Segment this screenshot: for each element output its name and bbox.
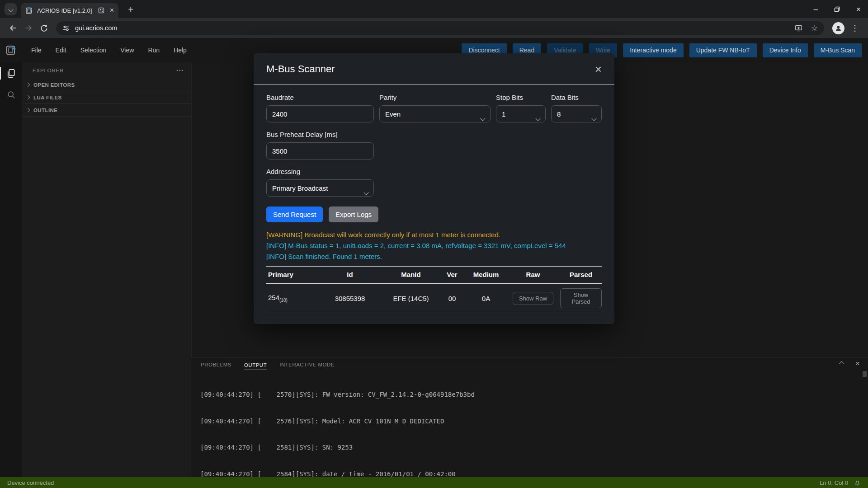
- tab-search-button[interactable]: [5, 3, 17, 15]
- chevron-up-icon: [839, 361, 844, 366]
- site-settings-icon[interactable]: [62, 24, 70, 32]
- output-log[interactable]: [09:40:44:270] [ 2570][SYS]: FW version:…: [200, 373, 861, 477]
- toolbar-button-update-fw-nbiot[interactable]: Update FW NB-IoT: [689, 43, 757, 57]
- activity-explorer-button[interactable]: [0, 62, 22, 84]
- dialog-header: M-Bus Scanner ×: [254, 53, 614, 84]
- log-line: [09:40:44:270] [ 2570][SYS]: FW version:…: [200, 390, 861, 399]
- tab-close-icon[interactable]: ×: [110, 7, 114, 14]
- data-bits-select[interactable]: 8: [551, 105, 602, 122]
- table-header-id: Id: [316, 271, 384, 278]
- info-message: [INFO] Scan finished. Found 1 meters.: [266, 251, 602, 262]
- panel-close-button[interactable]: ×: [855, 361, 860, 367]
- dialog-actions: Send Request Export Logs: [266, 206, 602, 222]
- bus-preheat-label: Bus Preheat Delay [ms]: [266, 131, 374, 138]
- stop-bits-select[interactable]: 1: [496, 105, 546, 122]
- acrios-favicon: [25, 7, 33, 14]
- show-raw-button[interactable]: Show Raw: [513, 292, 553, 305]
- table-header-primary: Primary: [266, 271, 316, 278]
- files-icon: [6, 68, 16, 79]
- window-restore-icon[interactable]: [834, 6, 840, 12]
- dialog-body: Baudrate Parity Even Stop Bits: [254, 84, 614, 324]
- browser-menu-icon[interactable]: ⋮: [851, 23, 859, 33]
- dialog-close-icon[interactable]: ×: [595, 64, 602, 74]
- bookmark-star-icon[interactable]: ☆: [811, 23, 818, 33]
- send-request-button[interactable]: Send Request: [266, 206, 323, 222]
- chevron-right-icon: [26, 95, 30, 100]
- parity-select[interactable]: Even: [379, 105, 491, 122]
- menubar-item-help[interactable]: Help: [174, 47, 187, 54]
- addressing-field-group: Addressing Primary Broadcast: [266, 168, 374, 197]
- table-header-row: Primary Id ManId Ver Medium Raw Parsed: [266, 267, 602, 284]
- section-label: OUTLINE: [33, 108, 57, 113]
- menubar: File Edit Selection View Run Help: [31, 47, 187, 54]
- panel-tab-problems[interactable]: PROBLEMS: [200, 359, 232, 370]
- scan-results-table: Primary Id ManId Ver Medium Raw Parsed 2…: [266, 266, 602, 313]
- window-minimize-icon[interactable]: –: [814, 5, 818, 13]
- url-text: gui.acrios.com: [75, 24, 794, 32]
- address-bar[interactable]: gui.acrios.com ☆: [56, 21, 824, 35]
- close-icon: ×: [855, 361, 860, 367]
- export-logs-button[interactable]: Export Logs: [329, 206, 378, 222]
- menubar-item-view[interactable]: View: [120, 47, 134, 54]
- profile-avatar[interactable]: [832, 22, 844, 34]
- bus-preheat-input[interactable]: [266, 142, 374, 160]
- cell-ver: 00: [438, 295, 466, 302]
- back-button[interactable]: [5, 20, 21, 36]
- toolbar-button-device-info[interactable]: Device Info: [763, 43, 808, 57]
- activity-search-button[interactable]: [0, 84, 22, 106]
- panel-scrollbar[interactable]: [863, 371, 867, 377]
- bell-icon[interactable]: [854, 479, 861, 486]
- menubar-item-edit[interactable]: Edit: [56, 47, 66, 54]
- panel-tab-output[interactable]: OUTPUT: [244, 360, 267, 371]
- app-logo: [5, 44, 18, 57]
- cell-primary: 254(10): [266, 294, 316, 303]
- menubar-item-selection[interactable]: Selection: [80, 47, 107, 54]
- cursor-position[interactable]: Ln 0, Col 0: [820, 479, 848, 486]
- install-app-icon[interactable]: [794, 24, 803, 33]
- table-header-medium: Medium: [466, 271, 506, 278]
- sidebar-section-lua-files[interactable]: LUA FILES: [22, 91, 191, 104]
- explorer-header: EXPLORER ···: [22, 62, 191, 79]
- log-line: [09:40:44:270] [ 2576][SYS]: Model: ACR_…: [200, 417, 861, 426]
- parity-label: Parity: [379, 94, 491, 101]
- browser-tab[interactable]: ACRIOS IDE [v1.2.0] ×: [21, 3, 118, 18]
- more-actions-icon[interactable]: ···: [176, 67, 184, 74]
- table-row: 254(10) 30855398 EFE (14C5) 00 0A Show R…: [266, 284, 602, 313]
- scan-messages: [WARNING] Broadcast will work correctly …: [266, 230, 602, 262]
- baudrate-field-group: Baudrate: [266, 94, 374, 122]
- bus-preheat-field-group: Bus Preheat Delay [ms]: [266, 131, 374, 160]
- search-icon: [6, 90, 16, 100]
- primary-base-subscript: (10): [279, 298, 288, 303]
- panel-maximize-button[interactable]: [840, 362, 844, 366]
- table-header-raw: Raw: [506, 271, 560, 278]
- chevron-right-icon: [26, 83, 30, 87]
- toolbar-button-mbus-scan[interactable]: M-Bus Scan: [814, 43, 862, 57]
- addressing-select[interactable]: Primary Broadcast: [266, 179, 374, 197]
- table-header-parsed: Parsed: [560, 271, 602, 278]
- table-header-ver: Ver: [438, 271, 466, 278]
- info-message: [INFO] M-Bus status = 1, unitLoads = 2, …: [266, 240, 602, 251]
- window-close-icon[interactable]: ×: [856, 5, 861, 13]
- dialog-title: M-Bus Scanner: [266, 63, 335, 75]
- connection-status: Device connected: [7, 479, 54, 486]
- addressing-label: Addressing: [266, 168, 374, 175]
- log-line: [09:40:44:270] [ 2584][SYS]: date / time…: [200, 470, 861, 478]
- toolbar-button-interactive-mode[interactable]: Interactive mode: [623, 43, 684, 57]
- menubar-item-run[interactable]: Run: [148, 47, 160, 54]
- menubar-item-file[interactable]: File: [31, 47, 42, 54]
- show-parsed-button[interactable]: Show Parsed: [560, 288, 602, 308]
- sidebar-section-outline[interactable]: OUTLINE: [22, 104, 191, 117]
- reload-button[interactable]: [36, 20, 52, 36]
- panel-tab-interactive-mode[interactable]: INTERACTIVE MODE: [279, 359, 335, 370]
- browser-toolbar: gui.acrios.com ☆ ⋮: [0, 18, 868, 38]
- parity-field-group: Parity Even: [379, 94, 491, 122]
- baudrate-label: Baudrate: [266, 94, 374, 101]
- cell-manid: EFE (14C5): [384, 295, 438, 302]
- new-tab-button[interactable]: +: [125, 4, 137, 15]
- data-bits-label: Data Bits: [551, 94, 602, 101]
- browser-tab-strip: ACRIOS IDE [v1.2.0] × + –: [0, 0, 868, 18]
- tab-grid-icon[interactable]: [98, 7, 104, 14]
- sidebar-section-open-editors[interactable]: OPEN EDITORS: [22, 79, 191, 91]
- baudrate-input[interactable]: [266, 105, 374, 122]
- forward-button[interactable]: [21, 20, 36, 36]
